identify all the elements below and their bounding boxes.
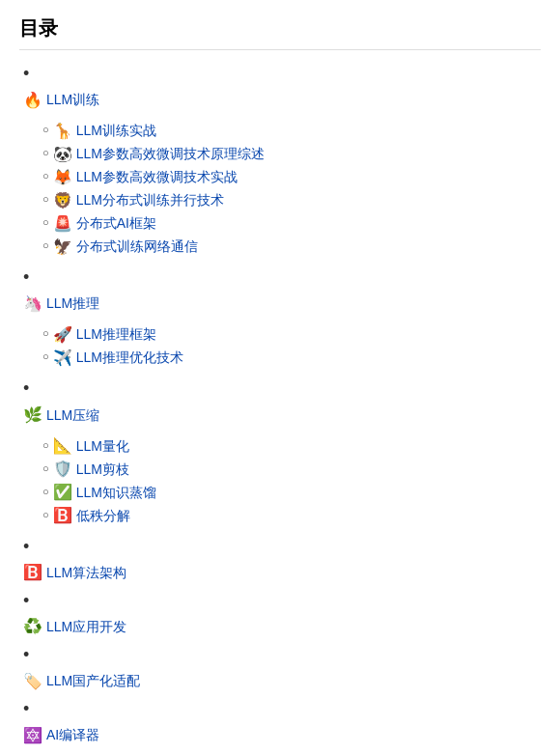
top-item-row: 🦄LLM推理 <box>23 293 99 314</box>
sub-item-icon: 🦒 <box>53 124 72 139</box>
sub-item-content: 🚨分布式AI框架 <box>53 213 156 234</box>
sub-item-icon: 📐 <box>53 438 72 454</box>
top-item-row: 🔯AI编译器 <box>23 725 99 745</box>
toc-top-link[interactable]: LLM压缩 <box>46 405 99 426</box>
sub-item-icon: 🅱️ <box>53 508 72 523</box>
toc-sub-item: 🦊LLM参数高效微调技术实战 <box>42 167 265 187</box>
toc-top-link[interactable]: LLM算法架构 <box>46 563 126 583</box>
toc-sub-link[interactable]: LLM参数高效微调技术原理综述 <box>76 144 265 164</box>
sub-item-icon: 🚨 <box>53 216 72 232</box>
sub-item-content: 🦅分布式训练网络通信 <box>53 237 198 257</box>
toc-sub-list: 🦒LLM训练实战🐼LLM参数高效微调技术原理综述🦊LLM参数高效微调技术实战🦁L… <box>23 118 265 260</box>
toc-top-item: 🏷️LLM国产化适配 <box>23 643 541 691</box>
toc-sub-item: 🐼LLM参数高效微调技术原理综述 <box>42 144 265 164</box>
top-item-row: 🏷️LLM国产化适配 <box>23 671 140 691</box>
item-icon: 🦄 <box>23 296 42 312</box>
sub-item-icon: 🦁 <box>53 193 72 209</box>
sub-item-content: 🐼LLM参数高效微调技术原理综述 <box>53 144 265 164</box>
toc-top-item: ♻️LLM应用开发 <box>23 589 541 637</box>
sub-item-content: 🦊LLM参数高效微调技术实战 <box>53 167 238 187</box>
toc-sub-list: 📐LLM量化🛡️LLM剪枝✅LLM知识蒸馏🅱️低秩分解 <box>23 433 156 529</box>
item-icon: 🏷️ <box>23 674 42 689</box>
sub-item-icon: ✈️ <box>53 350 72 366</box>
sub-item-icon: 🦅 <box>53 239 72 255</box>
sub-item-icon: ✅ <box>53 485 72 500</box>
toc-sub-link[interactable]: LLM推理框架 <box>76 324 156 345</box>
toc-sub-item: 🦅分布式训练网络通信 <box>42 237 265 257</box>
toc-top-item: 🅱️LLM算法架构 <box>23 535 541 583</box>
toc-sub-item: 🚀LLM推理框架 <box>42 324 183 345</box>
sub-item-content: 🦒LLM训练实战 <box>53 121 156 141</box>
toc-top-item: 🔯AI编译器 <box>23 697 541 745</box>
toc-sub-link[interactable]: LLM分布式训练并行技术 <box>76 190 224 210</box>
sub-item-content: ✈️LLM推理优化技术 <box>53 348 183 368</box>
toc-sub-link[interactable]: 分布式训练网络通信 <box>76 237 198 257</box>
sub-item-icon: 🐼 <box>53 147 72 162</box>
sub-item-content: 🦁LLM分布式训练并行技术 <box>53 190 224 210</box>
toc-list: 🔥LLM训练🦒LLM训练实战🐼LLM参数高效微调技术原理综述🦊LLM参数高效微调… <box>19 62 541 754</box>
toc-sub-link[interactable]: LLM知识蒸馏 <box>76 483 156 503</box>
toc-sub-link[interactable]: LLM推理优化技术 <box>76 348 183 368</box>
toc-sub-item: ✈️LLM推理优化技术 <box>42 348 183 368</box>
toc-top-link[interactable]: LLM训练 <box>46 90 99 110</box>
toc-sub-item: 🦒LLM训练实战 <box>42 121 265 141</box>
item-icon: 🌿 <box>23 407 42 423</box>
sub-item-content: ✅LLM知识蒸馏 <box>53 483 156 503</box>
toc-sub-item: 🦁LLM分布式训练并行技术 <box>42 190 265 210</box>
sub-item-icon: 🛡️ <box>53 461 72 477</box>
sub-item-content: 🛡️LLM剪枝 <box>53 460 129 480</box>
toc-sub-item: 📐LLM量化 <box>42 436 156 457</box>
toc-top-link[interactable]: LLM推理 <box>46 293 99 314</box>
toc-top-item: 🔥LLM训练🦒LLM训练实战🐼LLM参数高效微调技术原理综述🦊LLM参数高效微调… <box>23 62 541 260</box>
item-icon: 🅱️ <box>23 565 42 580</box>
top-item-row: 🅱️LLM算法架构 <box>23 563 126 583</box>
toc-top-item: 🌿LLM压缩📐LLM量化🛡️LLM剪枝✅LLM知识蒸馏🅱️低秩分解 <box>23 377 541 528</box>
toc-top-link[interactable]: LLM国产化适配 <box>46 671 140 691</box>
toc-top-item: 🦄LLM推理🚀LLM推理框架✈️LLM推理优化技术 <box>23 265 541 371</box>
top-item-row: ♻️LLM应用开发 <box>23 617 126 637</box>
item-icon: 🔯 <box>23 728 42 743</box>
item-icon: ♻️ <box>23 619 42 634</box>
toc-sub-link[interactable]: 低秩分解 <box>76 506 130 526</box>
item-icon: 🔥 <box>23 93 42 108</box>
toc-sub-link[interactable]: LLM参数高效微调技术实战 <box>76 167 238 187</box>
top-item-row: 🔥LLM训练 <box>23 90 99 110</box>
toc-sub-link[interactable]: LLM量化 <box>76 436 129 457</box>
toc-sub-item: ✅LLM知识蒸馏 <box>42 483 156 503</box>
toc-sub-item: 🅱️低秩分解 <box>42 506 156 526</box>
top-item-row: 🌿LLM压缩 <box>23 405 99 426</box>
toc-top-link[interactable]: LLM应用开发 <box>46 617 126 637</box>
page-title: 目录 <box>19 15 541 50</box>
toc-sub-item: 🚨分布式AI框架 <box>42 213 265 234</box>
toc-sub-list: 🚀LLM推理框架✈️LLM推理优化技术 <box>23 321 183 371</box>
sub-item-content: 📐LLM量化 <box>53 436 129 457</box>
toc-sub-link[interactable]: LLM剪枝 <box>76 460 129 480</box>
toc-sub-link[interactable]: 分布式AI框架 <box>76 213 156 234</box>
toc-top-link[interactable]: AI编译器 <box>46 725 99 745</box>
sub-item-icon: 🚀 <box>53 327 72 343</box>
sub-item-content: 🚀LLM推理框架 <box>53 324 156 345</box>
toc-sub-link[interactable]: LLM训练实战 <box>76 121 156 141</box>
sub-item-content: 🅱️低秩分解 <box>53 506 130 526</box>
toc-sub-item: 🛡️LLM剪枝 <box>42 460 156 480</box>
sub-item-icon: 🦊 <box>53 170 72 185</box>
